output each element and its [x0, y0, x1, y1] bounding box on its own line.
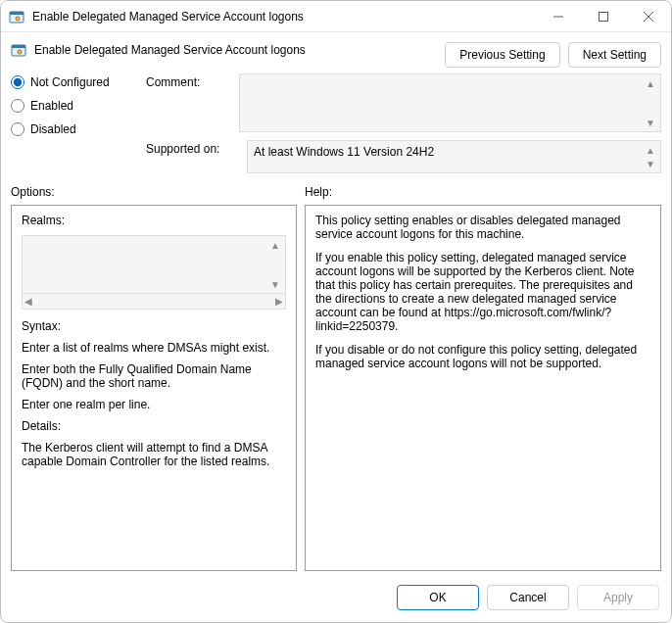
supported-label: Supported on:: [146, 140, 229, 156]
comment-label: Comment:: [146, 73, 229, 132]
ok-button[interactable]: OK: [397, 585, 479, 610]
radio-enabled-input[interactable]: [11, 99, 24, 113]
realms-input[interactable]: ▲ ▼: [22, 235, 286, 294]
next-setting-button[interactable]: Next Setting: [568, 42, 661, 68]
help-section-label: Help:: [305, 185, 661, 199]
state-radio-group: Not Configured Enabled Disabled: [11, 73, 128, 136]
help-paragraph-3: If you disable or do not configure this …: [315, 343, 650, 370]
scroll-down-icon[interactable]: ▼: [643, 157, 658, 170]
radio-enabled[interactable]: Enabled: [11, 99, 128, 113]
help-paragraph-2: If you enable this policy setting, deleg…: [315, 251, 650, 333]
radio-not-configured[interactable]: Not Configured: [11, 75, 128, 89]
svg-point-9: [18, 50, 22, 54]
radio-enabled-label: Enabled: [30, 99, 73, 113]
help-paragraph-1: This policy setting enables or disables …: [315, 214, 650, 241]
close-button[interactable]: [626, 1, 671, 31]
syntax-label: Syntax:: [22, 319, 286, 333]
scroll-down-icon[interactable]: ▼: [643, 116, 658, 129]
syntax-line-2: Enter both the Fully Qualified Domain Na…: [22, 362, 286, 390]
radio-disabled-input[interactable]: [11, 122, 24, 136]
maximize-button[interactable]: [581, 1, 626, 31]
window-icon: [9, 9, 24, 24]
footer: OK Cancel Apply: [1, 577, 671, 622]
options-section-label: Options:: [11, 185, 297, 199]
supported-on-value: At least Windows 11 Version 24H2: [254, 145, 434, 159]
supported-on-box: At least Windows 11 Version 24H2 ▲ ▼: [247, 140, 661, 173]
options-panel: Realms: ▲ ▼ ◀ ▶ Syntax: Enter a list of …: [11, 205, 297, 571]
syntax-line-1: Enter a list of realms where DMSAs might…: [22, 341, 286, 355]
details-label: Details:: [22, 419, 286, 433]
apply-button: Apply: [577, 585, 659, 610]
settings-area: Not Configured Enabled Disabled Comment:…: [1, 73, 671, 179]
comment-input[interactable]: ▲ ▼: [239, 73, 661, 132]
radio-not-configured-label: Not Configured: [30, 75, 110, 89]
header: Enable Delegated Managed Service Account…: [1, 32, 671, 73]
scroll-up-icon[interactable]: ▲: [267, 238, 283, 252]
radio-disabled[interactable]: Disabled: [11, 122, 128, 136]
svg-rect-1: [10, 12, 24, 15]
window-title: Enable Delegated Managed Service Account…: [32, 10, 536, 24]
policy-title: Enable Delegated Managed Service Account…: [34, 43, 306, 57]
policy-icon: [11, 42, 26, 58]
svg-rect-4: [600, 12, 608, 21]
titlebar: Enable Delegated Managed Service Account…: [1, 1, 671, 32]
cancel-button[interactable]: Cancel: [487, 585, 569, 610]
syntax-line-3: Enter one realm per line.: [22, 398, 286, 411]
radio-disabled-label: Disabled: [30, 122, 76, 136]
details-line-1: The Kerberos client will attempt to find…: [22, 441, 286, 468]
previous-setting-button[interactable]: Previous Setting: [445, 42, 559, 68]
svg-rect-8: [12, 45, 25, 48]
realms-label: Realms:: [22, 214, 286, 227]
realms-hscroll[interactable]: ◀ ▶: [22, 294, 286, 310]
scroll-up-icon[interactable]: ▲: [643, 76, 658, 90]
scroll-left-icon[interactable]: ◀: [24, 296, 32, 307]
scroll-right-icon[interactable]: ▶: [275, 296, 283, 307]
scroll-down-icon[interactable]: ▼: [267, 277, 283, 291]
help-panel: This policy setting enables or disables …: [305, 205, 661, 571]
radio-not-configured-input[interactable]: [11, 75, 24, 89]
svg-point-2: [16, 17, 20, 21]
scroll-up-icon[interactable]: ▲: [643, 143, 658, 157]
panels: Options: Realms: ▲ ▼ ◀ ▶ Syntax: Enter a…: [1, 179, 671, 577]
minimize-button[interactable]: [536, 1, 581, 31]
